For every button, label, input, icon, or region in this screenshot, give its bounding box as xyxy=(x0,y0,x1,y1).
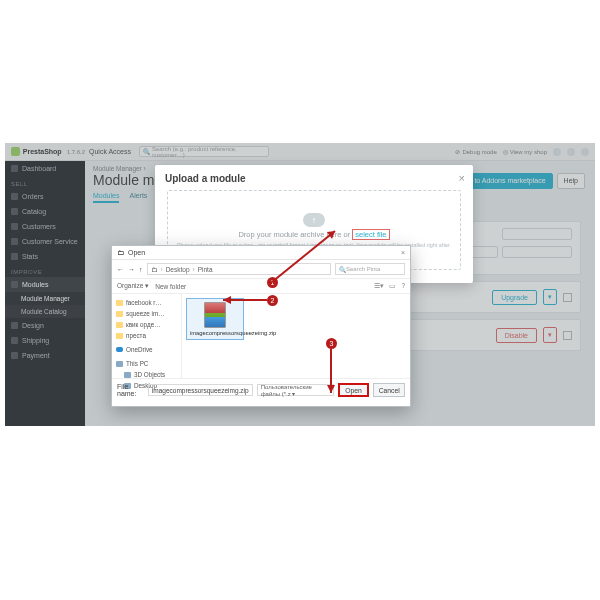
orders-icon xyxy=(11,193,18,200)
open-button[interactable]: Open xyxy=(338,383,370,397)
file-search-input[interactable]: 🔍 Search Pinta xyxy=(335,263,405,275)
sidebar-item-design[interactable]: Design xyxy=(5,318,85,333)
shipping-icon xyxy=(11,337,18,344)
nav-fwd-icon[interactable]: → xyxy=(128,266,135,273)
path-bar[interactable]: 🗀DesktopPinta xyxy=(147,263,332,275)
folder-tree[interactable]: facebook r… squeeze im… квик орде… прест… xyxy=(112,294,182,378)
modules-icon xyxy=(11,281,18,288)
disable-dropdown[interactable]: ▾ xyxy=(543,327,557,343)
brand-name: PrestaShop xyxy=(23,148,62,155)
help-button[interactable]: Help xyxy=(557,173,585,189)
upgrade-dropdown[interactable]: ▾ xyxy=(543,289,557,305)
help-icon[interactable]: ? xyxy=(401,282,405,290)
payment-icon xyxy=(11,352,18,359)
dialog-title: Open xyxy=(128,249,145,256)
search-icon: 🔍 xyxy=(143,148,150,155)
sidebar-subitem-module-manager[interactable]: Module Manager xyxy=(5,292,85,305)
sidebar-item-shipping[interactable]: Shipping xyxy=(5,333,85,348)
cloud-upload-icon xyxy=(303,213,325,227)
tab-alerts[interactable]: Alerts xyxy=(129,192,147,203)
dropzone-text: Drop your module archive here or xyxy=(238,230,350,239)
preview-pane-icon[interactable]: ▭ xyxy=(389,282,396,290)
sidebar-item-customer-service[interactable]: Customer Service xyxy=(5,234,85,249)
filetype-select[interactable]: Пользовательские файлы (*.z ▾ xyxy=(257,384,334,396)
folder-icon xyxy=(116,311,123,317)
folder-icon xyxy=(116,300,123,306)
category-select[interactable] xyxy=(502,228,572,240)
tab-modules[interactable]: Modules xyxy=(93,192,119,203)
sidebar-item-stats[interactable]: Stats xyxy=(5,249,85,264)
customers-icon xyxy=(11,223,18,230)
sidebar-subitem-module-catalog[interactable]: Module Catalog xyxy=(5,305,85,318)
trophy-icon[interactable] xyxy=(567,148,575,156)
brand-icon xyxy=(11,147,20,156)
avatar[interactable] xyxy=(581,148,589,156)
notifications-icon[interactable] xyxy=(553,148,561,156)
nav-up-icon[interactable]: ↑ xyxy=(139,266,143,273)
organize-menu[interactable]: Organize ▾ xyxy=(117,282,149,290)
sidebar-item-catalog[interactable]: Catalog xyxy=(5,204,85,219)
disable-button[interactable]: Disable xyxy=(496,328,537,343)
close-icon[interactable]: × xyxy=(459,172,465,184)
sidebar-item-customers[interactable]: Customers xyxy=(5,219,85,234)
sidebar-section-improve: IMPROVE xyxy=(5,264,85,277)
module-checkbox-1[interactable] xyxy=(563,293,572,302)
brand-version: 1.7.6.2 xyxy=(67,149,85,155)
cancel-button[interactable]: Cancel xyxy=(373,383,405,397)
global-search-input[interactable]: 🔍 Search (e.g.: product reference, custo… xyxy=(139,146,269,157)
file-open-dialog: 🗀 Open × ← → ↑ 🗀DesktopPinta 🔍 Search Pi… xyxy=(111,245,411,407)
design-icon xyxy=(11,322,18,329)
debug-mode-toggle[interactable]: ⊘ Debug mode xyxy=(455,148,496,155)
admin-sidebar: Dashboard SELL Orders Catalog Customers … xyxy=(5,161,85,426)
objects3d-icon xyxy=(124,372,131,378)
select-file-link[interactable]: select file xyxy=(352,229,389,240)
file-item-selected[interactable]: imagecompressorsqueezeimg.zip xyxy=(186,298,244,340)
nav-back-icon[interactable]: ← xyxy=(117,266,124,273)
stats-icon xyxy=(11,253,18,260)
brand-logo: PrestaShop 1.7.6.2 xyxy=(5,147,85,156)
archive-icon xyxy=(204,302,226,328)
filename-input[interactable]: imagecompressorsqueezeimg.zip xyxy=(148,384,253,396)
dialog-close-icon[interactable]: × xyxy=(401,249,405,256)
admin-topbar: PrestaShop 1.7.6.2 Quick Access 🔍 Search… xyxy=(5,143,595,161)
quick-access-menu[interactable]: Quick Access xyxy=(89,148,131,155)
view-shop-link[interactable]: ◎ View my shop xyxy=(503,148,547,155)
sidebar-item-dashboard[interactable]: Dashboard xyxy=(5,161,85,176)
onedrive-icon xyxy=(116,347,123,352)
thispc-icon xyxy=(116,361,123,367)
file-list[interactable]: imagecompressorsqueezeimg.zip xyxy=(182,294,410,378)
modal-title: Upload a module xyxy=(155,165,473,190)
sidebar-item-modules[interactable]: Modules xyxy=(5,277,85,292)
folder-icon xyxy=(116,333,123,339)
screenshot-root: PrestaShop 1.7.6.2 Quick Access 🔍 Search… xyxy=(5,143,595,426)
dashboard-icon xyxy=(11,165,18,172)
search-placeholder: Search (e.g.: product reference, custome… xyxy=(152,146,265,158)
sidebar-section-sell: SELL xyxy=(5,176,85,189)
upgrade-button[interactable]: Upgrade xyxy=(492,290,537,305)
support-icon xyxy=(11,238,18,245)
module-checkbox-2[interactable] xyxy=(563,331,572,340)
new-folder-button[interactable]: New folder xyxy=(155,283,186,290)
catalog-icon xyxy=(11,208,18,215)
folder-icon xyxy=(116,322,123,328)
file-item-name: imagecompressorsqueezeimg.zip xyxy=(190,330,276,336)
filename-label: File name: xyxy=(117,383,144,397)
sidebar-item-orders[interactable]: Orders xyxy=(5,189,85,204)
sidebar-item-payment[interactable]: Payment xyxy=(5,348,85,363)
bulk-select[interactable] xyxy=(502,246,572,258)
view-options-icon[interactable]: ☰▾ xyxy=(374,282,384,290)
folder-icon: 🗀 xyxy=(117,249,124,256)
